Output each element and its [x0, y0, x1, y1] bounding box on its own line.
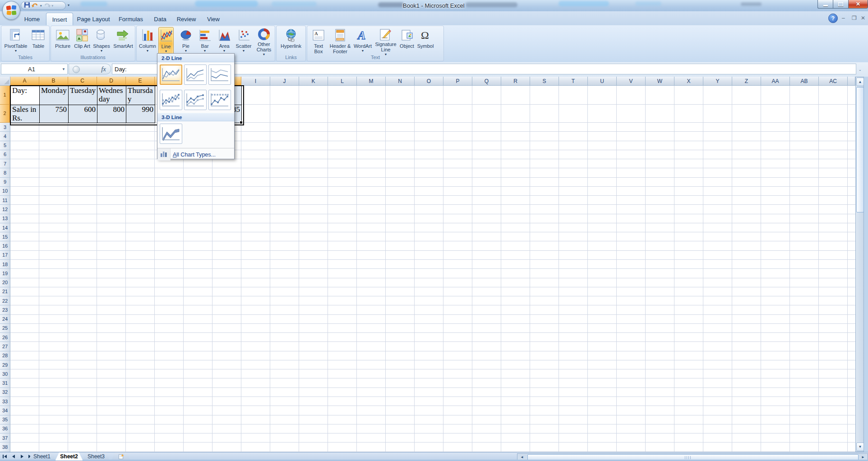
chart-type-3d-line-chart[interactable]	[160, 124, 182, 144]
ribbon-button-area[interactable]: Area▼	[216, 27, 232, 55]
row-header-23[interactable]: 23	[0, 305, 10, 314]
column-header-I[interactable]: I	[241, 77, 270, 86]
column-header-O[interactable]: O	[415, 77, 443, 86]
ribbon-button-other-charts[interactable]: Other Charts▼	[254, 27, 274, 55]
insert-function-button[interactable]: fx	[101, 65, 106, 73]
chart-type-line-chart[interactable]	[160, 65, 182, 85]
office-button[interactable]	[2, 1, 20, 20]
name-box[interactable]: A1 ▼	[1, 64, 68, 74]
row-header-31[interactable]: 31	[0, 378, 10, 387]
expand-formula-bar-button[interactable]: ⌄	[859, 68, 862, 72]
redo-button[interactable]	[43, 2, 51, 10]
column-header-Z[interactable]: Z	[732, 77, 761, 86]
row-header-14[interactable]: 14	[0, 223, 10, 232]
column-header-partial[interactable]	[848, 77, 855, 86]
row-header-26[interactable]: 26	[0, 333, 10, 342]
ribbon-button-bar[interactable]: Bar▼	[197, 27, 212, 55]
column-header-R[interactable]: R	[501, 77, 530, 86]
ribbon-button-signature-line[interactable]: Signature Line▼	[375, 27, 397, 55]
name-box-dropdown-arrow[interactable]: ▼	[62, 67, 67, 71]
column-header-E[interactable]: E	[126, 77, 155, 86]
ribbon-tab-home[interactable]: Home	[19, 13, 45, 25]
undo-dropdown-arrow[interactable]: ▾	[40, 4, 42, 8]
column-header-V[interactable]: V	[617, 77, 646, 86]
chart-type-line-with-markers-chart[interactable]	[160, 90, 182, 110]
row-header-12[interactable]: 12	[0, 205, 10, 214]
column-header-U[interactable]: U	[588, 77, 617, 86]
row-header-32[interactable]: 32	[0, 388, 10, 397]
vertical-scroll-thumb[interactable]	[856, 87, 864, 212]
row-header-19[interactable]: 19	[0, 269, 10, 278]
column-header-B[interactable]: B	[39, 77, 68, 86]
ribbon-tab-review[interactable]: Review	[173, 13, 199, 25]
scroll-left-arrow[interactable]: ◄	[518, 454, 526, 460]
row-header-6[interactable]: 6	[0, 150, 10, 159]
save-button[interactable]	[24, 2, 30, 10]
column-header-K[interactable]: K	[299, 77, 328, 86]
row-header-22[interactable]: 22	[0, 296, 10, 305]
cell-A1[interactable]: Day:	[10, 86, 40, 105]
chart-type-stacked-line-chart[interactable]	[184, 65, 207, 85]
ribbon-button-hyperlink[interactable]: Hyperlink	[278, 27, 304, 55]
minimize-button[interactable]	[817, 0, 833, 9]
row-header-16[interactable]: 16	[0, 241, 10, 250]
column-header-Y[interactable]: Y	[703, 77, 732, 86]
row-header-5[interactable]: 5	[0, 141, 10, 150]
redo-dropdown-arrow[interactable]: ▾	[52, 4, 54, 8]
column-header-C[interactable]: C	[68, 77, 97, 86]
ribbon-button-smartart[interactable]: SmartArt	[112, 27, 134, 55]
ribbon-button-pie[interactable]: Pie▼	[178, 27, 194, 55]
row-header-37[interactable]: 37	[0, 433, 10, 443]
row-header-36[interactable]: 36	[0, 424, 10, 433]
row-header-24[interactable]: 24	[0, 315, 10, 324]
row-header-13[interactable]: 13	[0, 214, 10, 223]
ribbon-button-header-footer[interactable]: Header & Footer	[329, 27, 351, 55]
row-header-38[interactable]: 38	[0, 443, 10, 452]
fill-handle[interactable]	[240, 121, 243, 124]
scroll-down-arrow[interactable]: ▼	[856, 443, 864, 451]
ribbon-button-symbol[interactable]: ΩSymbol	[416, 27, 434, 55]
column-header-AC[interactable]: AC	[819, 77, 848, 86]
column-header-P[interactable]: P	[443, 77, 472, 86]
previous-sheet-button[interactable]	[10, 453, 16, 460]
workbook-close-button[interactable]: ✕	[861, 15, 865, 21]
cell-B1[interactable]: Monday	[39, 86, 69, 105]
help-button[interactable]: ?	[828, 14, 838, 23]
row-header-33[interactable]: 33	[0, 397, 10, 406]
row-header-2[interactable]: 2	[0, 105, 10, 123]
ribbon-tab-page-layout[interactable]: Page Layout	[75, 13, 112, 25]
ribbon-button-column[interactable]: Column▼	[138, 27, 157, 55]
row-header-11[interactable]: 11	[0, 196, 10, 205]
cell-B2[interactable]: 750	[39, 105, 69, 124]
column-header-W[interactable]: W	[646, 77, 674, 86]
cell-E1[interactable]: Thursday	[126, 86, 155, 105]
scroll-up-arrow[interactable]: ▲	[856, 78, 864, 86]
scroll-right-arrow[interactable]: ►	[859, 454, 867, 460]
undo-button[interactable]	[32, 2, 39, 10]
row-header-3[interactable]: 3	[0, 123, 10, 132]
row-header-8[interactable]: 8	[0, 168, 10, 177]
row-header-21[interactable]: 21	[0, 287, 10, 296]
close-button[interactable]: ✕	[848, 0, 868, 9]
column-header-A[interactable]: A	[10, 77, 39, 86]
row-header-10[interactable]: 10	[0, 187, 10, 196]
chart-type-100pct-stacked-line-chart[interactable]	[208, 65, 231, 85]
row-header-25[interactable]: 25	[0, 324, 10, 333]
ribbon-button-clip-art[interactable]: Clip Art	[74, 27, 91, 55]
ribbon-button-shapes[interactable]: Shapes▼	[92, 27, 111, 55]
all-chart-types-item[interactable]: All Chart Types...	[157, 148, 234, 161]
column-header-J[interactable]: J	[270, 77, 299, 86]
ribbon-button-scatter[interactable]: Scatter▼	[234, 27, 254, 55]
cell-E2[interactable]: 990	[126, 105, 155, 124]
chart-type-stacked-line-with-markers-chart[interactable]	[184, 90, 207, 110]
workbook-minimize-button[interactable]: –	[842, 15, 845, 21]
ribbon-button-object[interactable]: Object	[398, 27, 416, 55]
row-header-4[interactable]: 4	[0, 132, 10, 141]
column-header-M[interactable]: M	[357, 77, 386, 86]
row-header-17[interactable]: 17	[0, 251, 10, 260]
sheet-tab-sheet2[interactable]: Sheet2	[55, 452, 83, 461]
ribbon-tab-formulas[interactable]: Formulas	[115, 13, 146, 25]
row-header-35[interactable]: 35	[0, 415, 10, 424]
select-all-corner[interactable]	[0, 77, 10, 86]
ribbon-button-wordart[interactable]: AWordArt▼	[352, 27, 373, 55]
